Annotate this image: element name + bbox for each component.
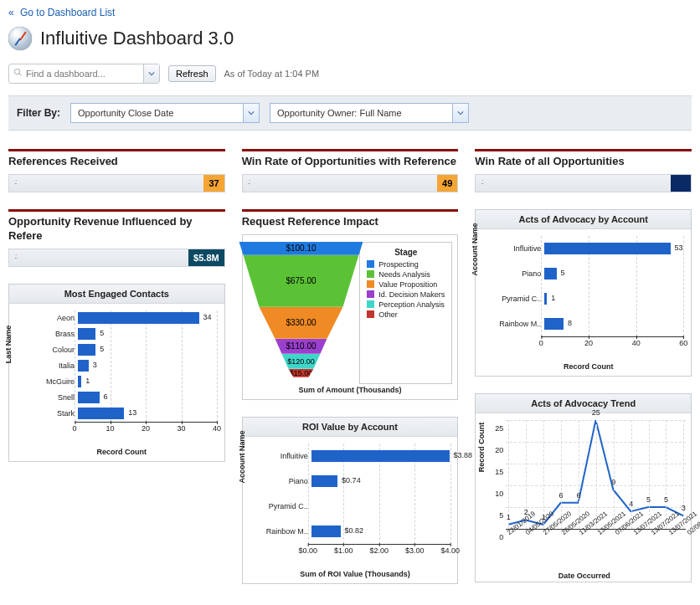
y-axis-label: Account Name: [238, 431, 246, 484]
funnel-segment[interactable]: $120.00: [281, 354, 320, 369]
bar-row: Aeon34: [24, 310, 219, 326]
filter-close-date[interactable]: Opportunity Close Date: [70, 103, 260, 123]
bar-row: Piano5: [491, 261, 686, 286]
comp-title: Win Rate of all Opportunities: [475, 149, 692, 169]
data-point-label: 6: [576, 491, 580, 500]
comp-winrate-ref: Win Rate of Opportunities with Reference…: [242, 149, 459, 192]
drag-handle-icon: ..:: [248, 177, 256, 188]
bar[interactable]: [311, 526, 341, 537]
data-point-label: 4: [629, 500, 633, 508]
bar-label: Rainbow M..: [491, 320, 544, 328]
bar-label: Stark: [24, 409, 78, 418]
bar[interactable]: [544, 268, 556, 279]
bar-value: 6: [104, 392, 108, 401]
bar-value: 8: [568, 319, 572, 327]
legend-label: Perception Analysis: [378, 300, 445, 309]
chart-title: Acts of Advocacy by Account: [476, 210, 691, 229]
chevron-down-icon[interactable]: [452, 104, 468, 122]
bar-value: 1: [551, 294, 555, 302]
chart-area[interactable]: Influitive53Piano5Pyramid C..1Rainbow M.…: [491, 236, 686, 361]
legend-label: Needs Analysis: [378, 270, 430, 279]
bar[interactable]: [78, 312, 199, 324]
metric-bar[interactable]: ..: 37: [8, 174, 225, 192]
metric-bar[interactable]: ..: 49: [475, 174, 692, 192]
funnel-segment[interactable]: $15.00: [288, 369, 313, 377]
bar-label: Piano: [258, 477, 311, 485]
bar-value: 5: [100, 329, 104, 337]
bar-label: Italia: [24, 361, 78, 370]
data-point-label: 5: [646, 495, 651, 504]
legend-item: Perception Analysis: [367, 300, 445, 309]
legend-swatch: [367, 280, 374, 288]
bar-value: 5: [100, 345, 104, 353]
bar-value: 5: [561, 269, 565, 277]
legend-label: Other: [378, 310, 398, 319]
legend-item: Needs Analysis: [367, 270, 445, 279]
drag-handle-icon: ..:: [14, 252, 23, 263]
bar[interactable]: [78, 360, 89, 372]
chart-area[interactable]: Influitive$3.88Piano$0.74Pyramid C..Rain…: [258, 443, 453, 568]
bar-value: 13: [128, 408, 136, 417]
funnel-chart[interactable]: $100.10$675.00$330.00$110.00$120.00$15.0…: [248, 242, 355, 384]
metric-bar[interactable]: ..: $5.8M: [8, 249, 225, 267]
bar-label: Influitive: [258, 452, 311, 460]
find-dashboard-input[interactable]: [23, 65, 143, 82]
find-dashboard-caret[interactable]: [143, 64, 159, 83]
find-dashboard-combo[interactable]: [8, 64, 160, 84]
as-of-label: As of Today at 1:04 PM: [224, 69, 320, 79]
bar[interactable]: [311, 450, 450, 462]
bar-value: $0.74: [342, 476, 361, 485]
bar[interactable]: [78, 376, 81, 387]
refresh-button[interactable]: Refresh: [168, 65, 216, 82]
bar[interactable]: [544, 243, 670, 254]
funnel-segment[interactable]: $100.10: [239, 242, 363, 255]
bar-value: 34: [203, 313, 212, 321]
bar[interactable]: [311, 475, 337, 487]
legend-label: Prospecting: [378, 260, 419, 269]
bar[interactable]: [78, 328, 95, 340]
bar-value: $3.88: [454, 451, 473, 459]
chevron-down-icon[interactable]: [243, 104, 259, 122]
filter-owner-value: Opportunity Owner: Full Name: [270, 108, 409, 118]
bar[interactable]: [78, 408, 124, 419]
legend-item: Value Proposition: [367, 280, 445, 289]
metric-value: 49: [671, 175, 691, 192]
bar[interactable]: [78, 392, 100, 403]
chart-title: Acts of Advocacy Trend: [476, 394, 691, 413]
svg-point-0: [14, 69, 19, 74]
metric-value: 37: [203, 175, 224, 192]
legend-item: Id. Decision Makers: [367, 290, 445, 299]
chart-area[interactable]: Aeon34Brass5Colour5Italia3McGuire1Snell6…: [24, 310, 219, 446]
data-point-label: 9: [611, 478, 615, 486]
bar-value: $0.82: [345, 526, 364, 535]
bar[interactable]: [544, 318, 564, 330]
bar-label: Rainbow M..: [258, 527, 311, 536]
comp-opp-revenue: Opportunity Revenue Influenced by Refere…: [8, 209, 225, 267]
x-tick-labels: 22/01/201904/05/202027/05/202028/05/2020…: [506, 531, 686, 538]
chart-title: Most Engaged Contacts: [9, 285, 224, 304]
filter-owner[interactable]: Opportunity Owner: Full Name: [270, 103, 469, 123]
bar-row: Influitive$3.88: [258, 443, 453, 469]
back-link[interactable]: Go to Dashboard List: [20, 7, 115, 18]
data-point-label: 1: [507, 513, 511, 521]
funnel-segment[interactable]: $675.00: [243, 255, 358, 307]
comp-request-ref-impact: Request Reference Impact $100.10$675.00$…: [242, 209, 459, 400]
bar-row: Snell6: [24, 390, 219, 406]
legend-swatch: [367, 310, 374, 318]
metric-bar[interactable]: ..: 49: [242, 174, 459, 192]
bar[interactable]: [78, 344, 95, 356]
comp-references-received: References Received ..: 37: [8, 149, 225, 192]
funnel-segment[interactable]: $330.00: [259, 307, 342, 339]
funnel-segment[interactable]: $110.00: [275, 339, 327, 354]
data-point-label: 6: [559, 491, 564, 500]
bar[interactable]: [544, 293, 547, 305]
bar-value: 53: [675, 244, 683, 252]
bar-label: Snell: [24, 393, 78, 402]
filter-bar: Filter By: Opportunity Close Date Opport…: [8, 95, 692, 131]
metric-value: 49: [437, 175, 457, 192]
bar-label: Colour: [24, 346, 78, 354]
x-axis-label: Record Count: [491, 362, 686, 371]
bar-value: 3: [93, 361, 97, 369]
bar-label: Influitive: [491, 244, 544, 253]
comp-acts-account: Acts of Advocacy by Account Account Name…: [475, 209, 692, 377]
